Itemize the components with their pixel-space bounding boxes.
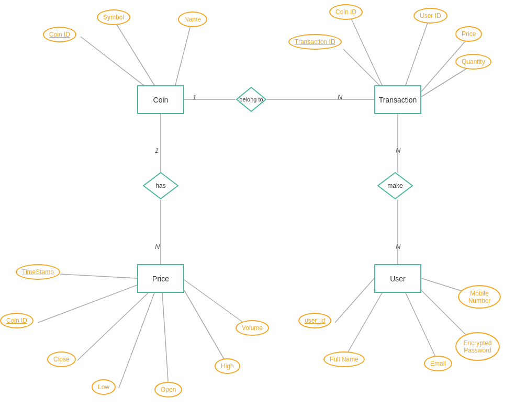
entity-transaction-label: Transaction — [379, 96, 417, 104]
svg-line-19 — [184, 290, 229, 367]
svg-line-9 — [343, 49, 379, 85]
attr-close: Close — [47, 351, 76, 367]
entity-transaction: Transaction — [374, 85, 421, 114]
attr-coin-id-price-label: Coin ID — [6, 317, 27, 324]
attr-full-name: Full Name — [323, 351, 365, 367]
attr-encrypted-pw: Encrypted Password — [455, 332, 500, 361]
attr-coin-id-top: Coin ID — [43, 27, 76, 42]
attr-high: High — [215, 358, 240, 374]
svg-line-23 — [406, 293, 439, 365]
attr-open: Open — [154, 382, 182, 398]
svg-line-11 — [406, 18, 429, 85]
attr-volume-label: Volume — [242, 324, 263, 332]
attr-timestamp-label: TimeStamp — [22, 268, 54, 276]
attr-transaction-id: Transaction ID — [288, 34, 342, 50]
entity-price: Price — [137, 264, 184, 293]
attr-price-tr: Price — [455, 26, 482, 42]
attr-name-label: Name — [184, 16, 201, 23]
attr-user-id-u: user_id — [298, 313, 331, 328]
entity-user-label: User — [390, 275, 406, 283]
cardinality-transaction-belong: N — [338, 93, 342, 101]
entity-price-label: Price — [152, 275, 169, 283]
attr-symbol: Symbol — [97, 9, 130, 25]
attr-email-label: Email — [430, 360, 446, 367]
cardinality-coin-has: 1 — [155, 146, 159, 154]
er-diagram: Coin Transaction Price User belong to ha… — [0, 0, 526, 420]
attr-price-tr-label: Price — [462, 30, 476, 38]
entity-user: User — [374, 264, 421, 293]
relationship-has: has — [142, 172, 179, 200]
svg-line-8 — [175, 24, 191, 85]
attr-name: Name — [178, 12, 207, 27]
svg-line-17 — [119, 293, 154, 388]
svg-line-10 — [349, 13, 382, 85]
attr-transaction-id-label: Transaction ID — [295, 38, 335, 46]
attr-volume: Volume — [236, 320, 269, 336]
attr-mobile-label: Mobile Number — [464, 290, 495, 304]
attr-coin-id-tr: Coin ID — [329, 4, 363, 20]
svg-text:has: has — [155, 182, 165, 189]
relationship-make: make — [377, 172, 413, 200]
attr-quantity: Quantity — [455, 54, 491, 70]
svg-text:make: make — [387, 182, 403, 189]
entity-coin: Coin — [137, 85, 184, 114]
svg-line-16 — [77, 293, 148, 360]
svg-line-21 — [335, 278, 374, 323]
attr-user-id-tr-label: User ID — [420, 12, 441, 19]
svg-line-18 — [162, 293, 169, 388]
attr-quantity-label: Quantity — [462, 58, 485, 65]
cardinality-price-has: N — [155, 243, 160, 251]
attr-coin-id-price: Coin ID — [0, 313, 33, 328]
cardinality-user-make: N — [396, 243, 400, 251]
attr-close-label: Close — [53, 356, 70, 363]
relationship-belong-to: belong to — [236, 86, 267, 112]
attr-low-label: Low — [98, 383, 109, 391]
attr-symbol-label: Symbol — [103, 14, 124, 21]
attr-coin-id-tr-label: Coin ID — [335, 8, 356, 16]
cardinality-transaction-make: N — [396, 146, 400, 154]
attr-encrypted-pw-label: Encrypted Password — [462, 339, 494, 354]
attr-high-label: High — [221, 362, 234, 370]
cardinality-coin-belong: 1 — [193, 93, 196, 101]
attr-email: Email — [424, 356, 452, 371]
svg-line-7 — [114, 20, 154, 85]
attr-open-label: Open — [161, 386, 176, 393]
svg-text:belong to: belong to — [239, 96, 263, 103]
svg-line-15 — [38, 285, 137, 323]
svg-line-14 — [60, 274, 137, 278]
attr-coin-id-top-label: Coin ID — [49, 31, 70, 38]
attr-user-id-u-label: user_id — [305, 317, 325, 324]
svg-line-6 — [81, 37, 152, 92]
svg-line-22 — [343, 293, 382, 361]
attr-mobile: Mobile Number — [458, 285, 501, 309]
attr-timestamp: TimeStamp — [16, 264, 60, 280]
entity-coin-label: Coin — [153, 96, 169, 104]
attr-full-name-label: Full Name — [330, 356, 359, 363]
attr-user-id-tr: User ID — [413, 8, 447, 24]
attr-low: Low — [92, 379, 116, 395]
